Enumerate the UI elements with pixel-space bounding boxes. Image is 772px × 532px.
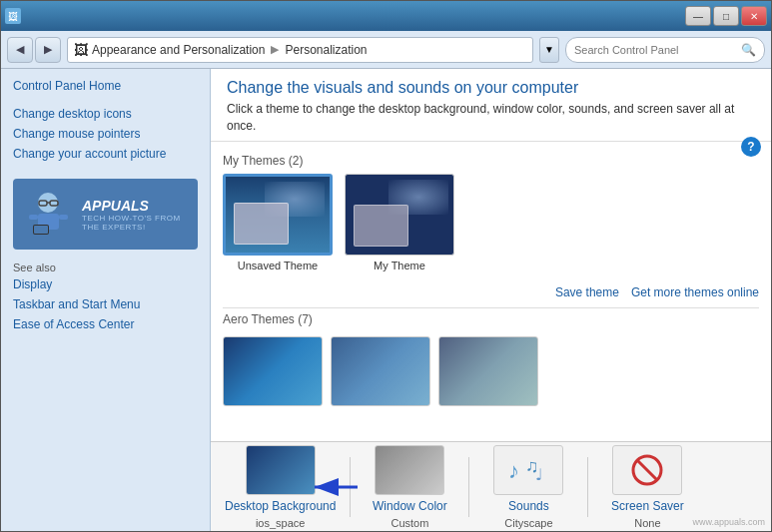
svg-rect-5: [29, 215, 38, 220]
back-button[interactable]: ◀: [7, 37, 33, 63]
main-window: 🖼 — □ ✕ ◀ ▶ 🖼 Appearance and Personaliza…: [0, 0, 772, 532]
bottom-item-screen-saver[interactable]: Screen Saver None: [602, 445, 692, 529]
content-description: Click a theme to change the desktop back…: [227, 101, 755, 135]
theme-item-my-theme[interactable]: My Theme: [345, 174, 454, 271]
my-themes-grid: Unsaved Theme My Theme: [223, 174, 759, 271]
main-area: Control Panel Home Change desktop icons …: [1, 69, 771, 531]
see-also-label: See also: [13, 262, 198, 273]
sidebar: Control Panel Home Change desktop icons …: [1, 69, 211, 531]
forward-button[interactable]: ▶: [35, 37, 61, 63]
screen-saver-label: Screen Saver: [611, 499, 684, 513]
screen-saver-thumb: [612, 445, 682, 495]
svg-text:♪: ♪: [508, 458, 519, 483]
theme-item-unsaved[interactable]: Unsaved Theme: [223, 174, 333, 271]
svg-line-15: [637, 460, 657, 480]
desktop-background-thumb: [246, 445, 316, 495]
divider-3: [587, 457, 588, 517]
path-part1: Appearance and Personalization: [92, 43, 265, 57]
sounds-sub: Cityscape: [504, 517, 552, 529]
sidebar-link-taskbar[interactable]: Taskbar and Start Menu: [13, 297, 198, 311]
window-icon: 🖼: [5, 8, 21, 24]
sidebar-link-ease-of-access[interactable]: Ease of Access Center: [13, 317, 198, 331]
theme-save-row: Save theme Get more themes online: [223, 281, 759, 308]
minimize-button[interactable]: —: [685, 6, 711, 26]
save-theme-link[interactable]: Save theme: [555, 285, 619, 299]
svg-rect-6: [59, 215, 68, 220]
aero-theme-1[interactable]: [223, 336, 323, 406]
appuals-title: APPUALS: [82, 198, 181, 214]
aero-themes-label: Aero Themes (7): [223, 312, 759, 326]
appuals-sub2: THE EXPERTS!: [82, 223, 181, 232]
sidebar-link-account-picture[interactable]: Change your account picture: [13, 147, 198, 161]
sidebar-link-mouse-pointers[interactable]: Change mouse pointers: [13, 127, 198, 141]
sidebar-link-desktop-icons[interactable]: Change desktop icons: [13, 107, 198, 121]
get-more-themes-link[interactable]: Get more themes online: [631, 285, 759, 299]
address-bar: ◀ ▶ 🖼 Appearance and Personalization ▶ P…: [1, 31, 771, 69]
screen-saver-sub: None: [634, 517, 660, 529]
aero-themes-grid: [223, 332, 759, 410]
address-field[interactable]: 🖼 Appearance and Personalization ▶ Perso…: [67, 37, 533, 63]
blue-arrow-icon: [310, 472, 360, 502]
sounds-thumb: ♪ ♫ ♩: [493, 445, 563, 495]
nav-buttons: ◀ ▶: [7, 37, 61, 63]
path-part2: Personalization: [285, 43, 367, 57]
search-box[interactable]: 🔍: [565, 37, 765, 63]
watermark: www.appuals.com: [692, 517, 765, 527]
maximize-button[interactable]: □: [713, 6, 739, 26]
screen-saver-icon: [624, 450, 670, 490]
theme-label-my-theme: My Theme: [374, 260, 425, 271]
title-bar-left: 🖼: [5, 8, 21, 24]
content-wrapper: ? Change the visuals and sounds on your …: [211, 69, 771, 531]
appuals-sub1: TECH HOW-TO'S FROM: [82, 214, 181, 223]
window-color-label: Window Color: [373, 499, 447, 513]
content-title: Change the visuals and sounds on your co…: [227, 79, 755, 97]
content-header: Change the visuals and sounds on your co…: [211, 69, 771, 142]
sounds-label: Sounds: [508, 499, 549, 513]
address-dropdown-button[interactable]: ▼: [539, 37, 559, 63]
theme-scroll-area[interactable]: My Themes (2) Unsaved Theme: [211, 142, 771, 441]
bottom-item-sounds[interactable]: ♪ ♫ ♩ Sounds Cityscape: [483, 445, 573, 529]
window-color-sub: Custom: [390, 517, 428, 529]
theme-window-preview: [234, 203, 289, 245]
bottom-bar: Desktop Background ios_space: [211, 441, 771, 531]
address-icon: 🖼: [74, 42, 88, 58]
search-input[interactable]: [574, 44, 737, 56]
path-separator: ▶: [271, 43, 279, 56]
my-themes-label: My Themes (2): [223, 154, 759, 168]
aero-theme-3[interactable]: [438, 336, 538, 406]
svg-text:♩: ♩: [535, 466, 543, 483]
window-color-thumb: [375, 445, 444, 495]
content-area: ? Change the visuals and sounds on your …: [211, 69, 771, 531]
sounds-icon: ♪ ♫ ♩: [503, 450, 553, 490]
appuals-logo: APPUALS TECH HOW-TO'S FROM THE EXPERTS!: [13, 179, 198, 250]
divider-2: [468, 457, 469, 517]
sidebar-home-link[interactable]: Control Panel Home: [13, 79, 198, 93]
title-bar: 🖼 — □ ✕: [1, 1, 771, 31]
search-icon[interactable]: 🔍: [741, 43, 756, 57]
theme-thumb-my-theme[interactable]: [345, 174, 454, 256]
theme-label-unsaved: Unsaved Theme: [238, 260, 319, 271]
bottom-item-window-color[interactable]: Window Color Custom: [365, 445, 454, 529]
appuals-character-icon: [21, 187, 76, 242]
theme-window-preview-2: [354, 205, 408, 247]
title-bar-controls: — □ ✕: [685, 6, 767, 26]
theme-thumb-unsaved[interactable]: [223, 174, 333, 256]
desktop-background-sub: ios_space: [256, 517, 306, 529]
aero-theme-2[interactable]: [331, 336, 430, 406]
sidebar-link-display[interactable]: Display: [13, 277, 198, 291]
svg-rect-8: [34, 226, 48, 234]
close-button[interactable]: ✕: [741, 6, 767, 26]
